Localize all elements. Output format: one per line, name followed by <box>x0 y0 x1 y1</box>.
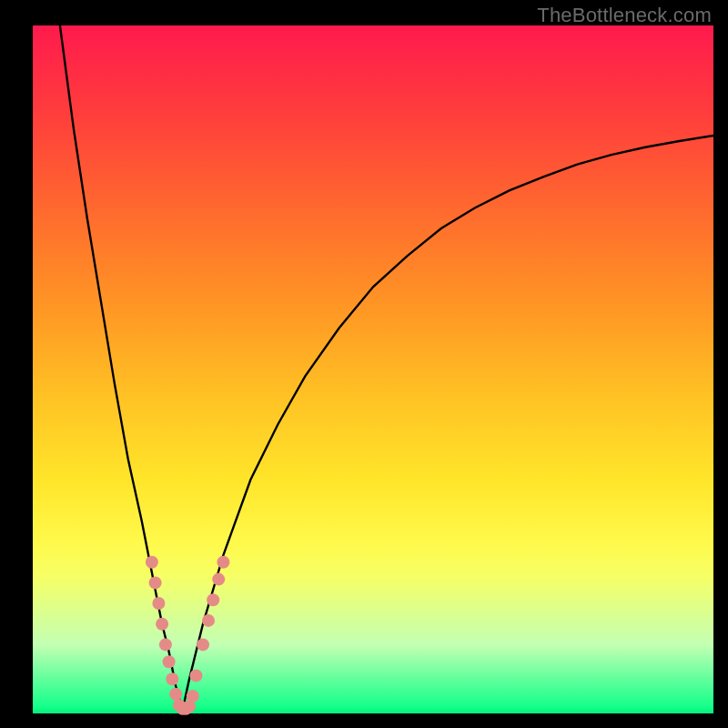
marker-dot <box>217 556 229 569</box>
chart-svg <box>0 0 728 728</box>
curve-left-branch <box>60 25 183 710</box>
marker-dot <box>207 593 219 606</box>
marker-dot <box>156 618 168 631</box>
marker-dot <box>212 573 225 586</box>
marker-dot <box>197 638 209 651</box>
marker-dot <box>146 556 158 569</box>
marker-dot <box>202 614 215 627</box>
marker-dot <box>169 688 182 701</box>
marker-dot <box>166 672 178 685</box>
curve-right-branch <box>183 136 713 710</box>
marker-dot <box>159 638 172 651</box>
marker-dot <box>149 576 162 589</box>
marker-dot <box>163 655 176 668</box>
chart-frame: TheBottleneck.com <box>0 0 728 728</box>
marker-dot <box>187 690 199 703</box>
marker-dot <box>190 669 203 682</box>
marker-dot <box>152 597 165 610</box>
